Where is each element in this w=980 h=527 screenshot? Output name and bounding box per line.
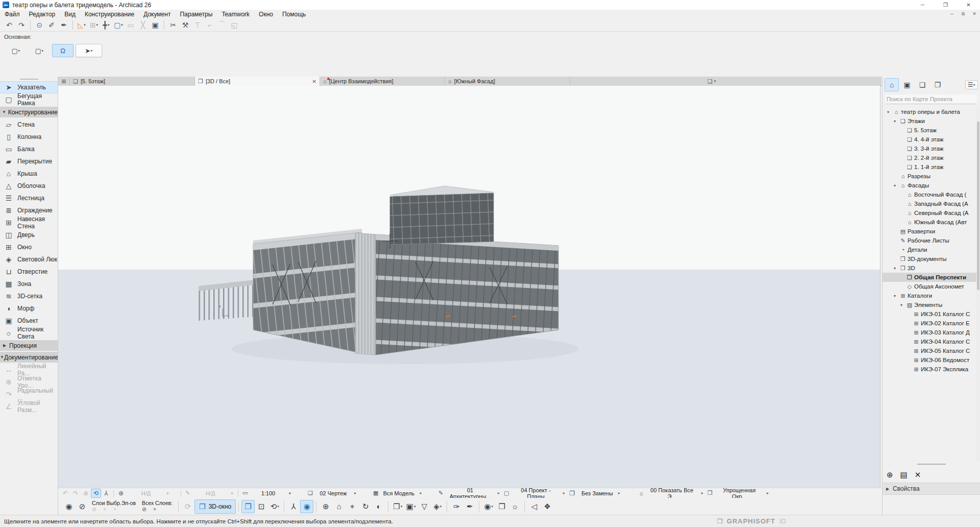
tree-expander-icon[interactable]: ▾	[885, 110, 892, 114]
toolbox-tool[interactable]: ▱ Стена	[0, 118, 58, 131]
navigator-footer-button[interactable]: ▤	[900, 470, 908, 480]
navigator-map-button[interactable]: ⌂	[885, 78, 899, 91]
mini-toolbar-button[interactable]: ▢▸	[5, 44, 27, 57]
toolbox-drag-handle[interactable]	[0, 77, 58, 81]
toolbox-tool[interactable]: ▭ Балка	[0, 143, 58, 155]
tree-item[interactable]: ⊞ ИКЭ-01 Каталог С	[883, 309, 980, 319]
document-control-button[interactable]: ─	[946, 11, 958, 17]
tree-item[interactable]: ❏ 1. 1-й этаж	[883, 162, 980, 172]
3d-bar-button[interactable]: ❖	[541, 500, 554, 513]
window-control-button[interactable]: ✕	[957, 0, 980, 10]
3d-bar-button[interactable]: ◉	[300, 500, 313, 513]
navigator-menu-button[interactable]: ☰ ▸	[965, 80, 978, 89]
tree-item[interactable]: ❒ 3D-документы	[883, 254, 980, 264]
toolbar-button[interactable]: ↷	[15, 19, 28, 31]
view-tab[interactable]: ❒ [3D / Все] ✕	[195, 77, 320, 86]
toolbar-button[interactable]: ⊤	[191, 19, 204, 31]
mini-toolbar-button[interactable]: ➤▸	[76, 44, 102, 57]
toolbox-tool[interactable]: ∠ Угловой Разм...	[0, 400, 58, 413]
toolbox-tool[interactable]: ⊔ Отверстие	[0, 266, 58, 278]
scrollbar-thumb[interactable]	[977, 122, 979, 290]
toolbar-button[interactable]: ◱	[228, 19, 240, 31]
quick-bar-button[interactable]: ⟲	[91, 489, 101, 498]
document-control-button[interactable]: ⧉	[958, 11, 969, 17]
toolbox-tool[interactable]: ≣ Ограждение	[0, 204, 58, 217]
toolbox-tool[interactable]: ▯ Колонна	[0, 131, 58, 143]
3d-bar-button[interactable]: ✑	[450, 500, 463, 513]
mini-toolbar-button[interactable]: ▢▸	[29, 44, 50, 57]
tree-item[interactable]: ⊞ ИКЭ-04 Каталог С	[883, 337, 980, 346]
toolbar-button[interactable]: ✒	[58, 19, 70, 31]
3d-bar-button[interactable]: ▣▾	[404, 500, 418, 513]
quick-bar-button[interactable]: ⅄	[101, 489, 111, 498]
tree-expander-icon[interactable]: ▾	[891, 266, 898, 271]
toolbar-button[interactable]: ⚒	[179, 19, 191, 31]
3d-bar-button[interactable]: ❐	[495, 500, 508, 513]
toolbox-tool[interactable]: ≋ 3D-сетка	[0, 290, 58, 302]
search-input[interactable]	[886, 94, 977, 104]
3d-bar-button[interactable]: ⊕	[319, 500, 332, 513]
toolbox-tool[interactable]: △ Оболочка	[0, 180, 58, 192]
tree-item[interactable]: ⌂ Северный Фасад (А	[883, 208, 980, 218]
tree-expander-icon[interactable]: ▾	[891, 183, 898, 188]
tree-item[interactable]: ❏ 5. 5этаж	[883, 126, 980, 135]
3d-window-toggle[interactable]: ❒ 3D-окно	[194, 499, 236, 514]
toolbar-button[interactable]: ▣	[149, 19, 161, 31]
menu-item[interactable]: Помощь	[278, 11, 310, 18]
new-tab-icon[interactable]: ❏	[707, 78, 713, 85]
tree-item[interactable]: ⌂ Разрезы	[883, 172, 980, 181]
tree-expander-icon[interactable]: ▾	[891, 119, 898, 124]
tree-expander-icon[interactable]: ▾	[891, 294, 898, 298]
navigator-map-button[interactable]: ▣	[900, 78, 914, 91]
tree-item[interactable]: ⌂ Западный Фасад (А	[883, 199, 980, 208]
quick-option-select[interactable]: ✎ 01 Архитектурны... ▸	[436, 489, 502, 498]
graphisoft-id-button[interactable]: ❐ GRAPHISOFT ID	[717, 517, 786, 525]
menu-item[interactable]: Конструирование	[80, 11, 139, 18]
tree-item[interactable]: ◇ Общая Аксономет	[883, 282, 980, 291]
toolbar-button[interactable]: ◺▾	[76, 19, 88, 31]
quick-bar-button[interactable]: ↶	[60, 489, 70, 498]
tree-item[interactable]: ▾ ▨ Элементы	[883, 300, 980, 309]
toolbox-tool[interactable]: ◫ Дверь	[0, 229, 58, 241]
3d-bar-button[interactable]: ✒	[463, 500, 476, 513]
toolbox-section-header[interactable]: ▶ Проекция	[0, 340, 58, 351]
menu-item[interactable]: Документ	[139, 11, 175, 18]
tree-item[interactable]: ⊞ ИКЭ-06 Ведомост	[883, 355, 980, 365]
tree-item[interactable]: ⊞ ИКЭ-02 Каталог Е	[883, 319, 980, 328]
tree-item[interactable]: ◔ Детали	[883, 245, 980, 254]
3d-bar-button[interactable]: ◈▾	[431, 500, 444, 513]
3d-bar-button[interactable]: ◁	[527, 500, 541, 513]
quick-option-select[interactable]: ❒ Упрощенная Окр... ▸	[705, 489, 771, 498]
quick-option-select[interactable]: ▭ 1:100 ▸	[240, 489, 306, 498]
quick-option-select[interactable]: ▢ 04 Проект - Планы ▸	[502, 489, 567, 498]
menu-item[interactable]: Teamwork	[217, 11, 254, 18]
toolbox-tool[interactable]: ⊕ Отметка Уро...	[0, 376, 58, 388]
tree-expander-icon[interactable]: ▾	[898, 303, 905, 307]
toolbox-tool[interactable]: ⌂ Крыша	[0, 167, 58, 180]
tree-item[interactable]: ▾ ❒ 3D	[883, 264, 980, 273]
toolbar-button[interactable]: ⌒	[216, 19, 228, 31]
3d-bar-button[interactable]: ◐	[372, 500, 385, 513]
window-control-button[interactable]: ─	[911, 0, 934, 10]
toolbar-button[interactable]: ⌐	[204, 19, 216, 31]
tree-item[interactable]: ⊞ ИКЭ-07 Эксплика	[883, 365, 980, 374]
toolbox-tool[interactable]: ▣ Объект	[0, 315, 58, 327]
3d-bar-button[interactable]: ⌂	[332, 500, 346, 513]
toolbox-tool[interactable]: ☼ Источник Света	[0, 327, 58, 339]
tree-item[interactable]: ⊞ ИКЭ-05 Каталог С	[883, 346, 980, 355]
quick-option-select[interactable]: ⌂ 00 Показать Все Э... ▸	[638, 489, 705, 498]
toolbar-button[interactable]: ⊙	[33, 19, 45, 31]
toolbox-tool[interactable]: ▦ Зона	[0, 278, 58, 290]
menu-item[interactable]: Редактор	[24, 11, 60, 18]
3d-bar-button[interactable]: ❒▾	[391, 500, 404, 513]
tree-item[interactable]: ❏ 2. 2-й этаж	[883, 153, 980, 162]
tree-item[interactable]: ⊞ ИКЭ-03 Каталог Д	[883, 328, 980, 337]
view-tab[interactable]: ❏ [5. 5этаж]	[70, 77, 195, 86]
3d-bar-button[interactable]: ❒	[241, 500, 255, 513]
3d-bar-button[interactable]: ▽	[418, 500, 431, 513]
tree-item[interactable]: ▾ ⊞ Каталоги	[883, 291, 980, 300]
layers-quick-control[interactable]: Слои Выбр.Эл-ов ⊘ ⚬ ⚬	[89, 499, 139, 514]
navigator-footer-button[interactable]: ✕	[915, 470, 921, 480]
tree-item[interactable]: ▤ Развертки	[883, 227, 980, 236]
toolbar-button[interactable]: ⊞▾	[88, 19, 100, 31]
